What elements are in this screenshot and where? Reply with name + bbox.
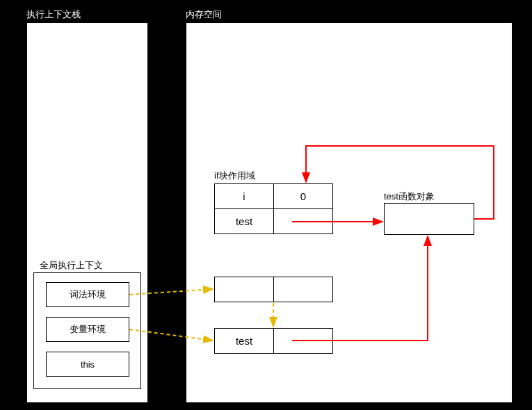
table-row: i 0 — [215, 184, 333, 209]
lexical-env-box: 词法环境 — [46, 282, 129, 307]
func-obj-label: test函数对象 — [384, 190, 435, 203]
func-obj-box — [384, 203, 474, 235]
variable-env-table: test — [214, 328, 333, 354]
global-context-title: 全局执行上下文 — [40, 259, 103, 272]
lexical-key — [215, 277, 274, 302]
if-scope-test-val — [274, 209, 333, 234]
if-scope-test-key: test — [215, 209, 274, 234]
this-box: this — [46, 352, 129, 377]
lexical-val — [274, 277, 333, 302]
table-row — [215, 277, 333, 302]
if-scope-table: i 0 test — [214, 183, 333, 234]
variable-val — [274, 329, 333, 354]
diagram-canvas: 执行上下文栈 内存空间 全局执行上下文 词法环境 变量环境 this if块作用… — [0, 0, 532, 410]
if-scope-label: if块作用域 — [214, 170, 255, 182]
table-row: test — [215, 209, 333, 234]
table-row: test — [215, 329, 333, 354]
if-scope-i-key: i — [215, 184, 274, 209]
variable-key: test — [215, 329, 274, 354]
lexical-env-table — [214, 277, 333, 302]
stack-title: 执行上下文栈 — [26, 8, 81, 21]
memory-title: 内存空间 — [186, 8, 222, 21]
variable-env-box: 变量环境 — [46, 317, 129, 342]
if-scope-i-val: 0 — [274, 184, 333, 209]
